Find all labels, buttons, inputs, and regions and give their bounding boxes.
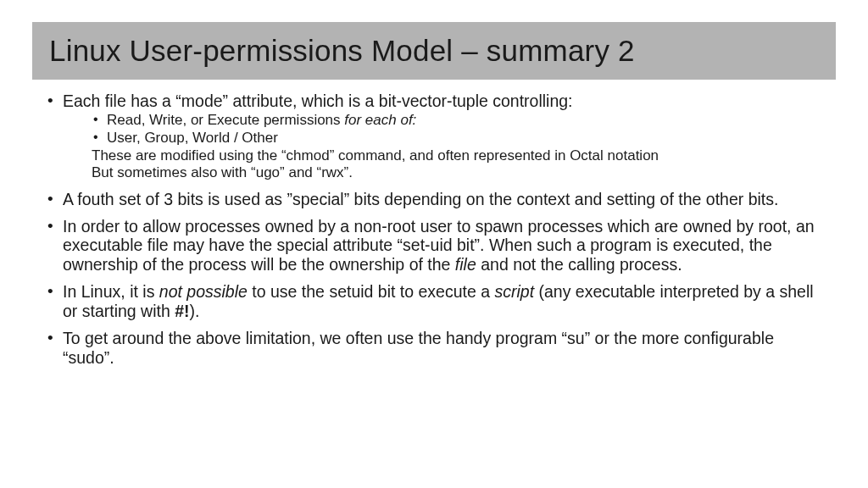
title-bar: Linux User-permissions Model – summary 2 (32, 22, 836, 80)
bullet-not-possible: In Linux, it is not possible to use the … (44, 282, 824, 320)
bullet-setuid: In order to allow processes owned by a n… (44, 217, 824, 274)
bullet-em-file: file (455, 255, 476, 274)
bullet-text-d: ). (190, 302, 200, 320)
sub-bullet-ugw: User, Group, World / Other (92, 130, 824, 147)
sub-text: User, Group, World / Other (107, 130, 278, 146)
bullet-text-a: In Linux, it is (63, 282, 159, 301)
bullet-text-b: to use the setuid bit to execute a (252, 282, 494, 301)
bullet-su-sudo: To get around the above limitation, we o… (44, 329, 824, 367)
bullet-em-np: not possible (159, 282, 248, 301)
sub-text: These are modified using the “chmod” com… (92, 147, 659, 164)
bullet-bold-shebang: #! (175, 302, 189, 320)
bullet-text-a: In order to allow processes owned by a n… (63, 217, 815, 274)
bullet-em-script: script (495, 282, 535, 301)
slide: Linux User-permissions Model – summary 2… (0, 22, 868, 488)
bullet-special-bits: A fouth set of 3 bits is used as ”specia… (44, 190, 824, 208)
sub-em: for each of: (344, 112, 416, 128)
slide-title: Linux User-permissions Model – summary 2 (49, 34, 819, 68)
sub-line-ugo: But sometimes also with “ugo” and “rwx”. (92, 164, 824, 181)
bullet-text-b: and not the calling process. (481, 255, 682, 274)
sub-text: Read, Write, or Execute permissions (107, 112, 344, 128)
bullet-mode-attr: Each file has a “mode” attribute, which … (44, 92, 824, 181)
bullet-text: A fouth set of 3 bits is used as ”specia… (63, 190, 778, 208)
sub-text: But sometimes also with “ugo” and “rwx”. (92, 164, 353, 180)
sub-line-chmod: These are modified using the “chmod” com… (92, 147, 824, 164)
slide-body: Each file has a “mode” attribute, which … (0, 80, 868, 367)
bullet-text: To get around the above limitation, we o… (63, 329, 774, 366)
sub-bullet-rwx: Read, Write, or Execute permissions for … (92, 112, 824, 129)
bullet-text: Each file has a “mode” attribute, which … (63, 92, 573, 110)
